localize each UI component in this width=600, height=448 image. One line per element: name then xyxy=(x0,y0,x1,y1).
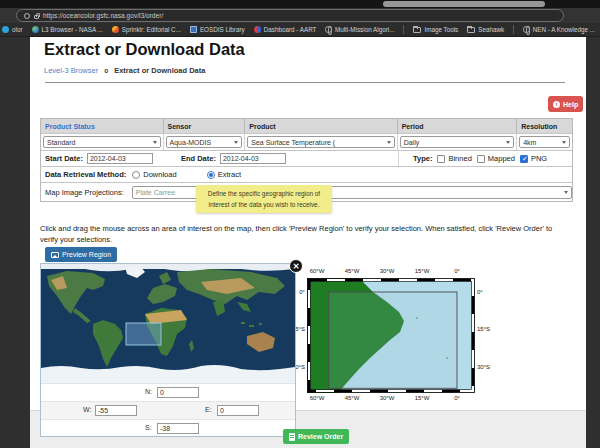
browser-window: https://oceancolor.gsfc.nasa.gov/l3/orde… xyxy=(0,0,600,448)
checkbox-binned[interactable] xyxy=(437,155,445,163)
spark-icon xyxy=(112,26,119,33)
x-tick-label: 15°W xyxy=(412,395,432,401)
north-input[interactable] xyxy=(157,387,199,398)
x-tick-label: 0° xyxy=(447,268,467,274)
end-date-label: End Date: xyxy=(181,154,216,163)
south-coordinate-row: S: xyxy=(41,419,295,437)
folder-icon xyxy=(413,27,421,33)
bookmarks-divider xyxy=(403,25,404,34)
bookmark-item[interactable]: EOSDIS Library xyxy=(190,26,245,33)
breadcrumb-link-level3-browser[interactable]: Level-3 Browser xyxy=(44,66,98,75)
y-tick-label: 15°S xyxy=(477,326,491,332)
chevron-down-icon xyxy=(562,141,566,144)
retrieval-method-row: Data Retrieval Method: Download Extract xyxy=(41,166,572,182)
chevron-down-icon xyxy=(234,141,238,144)
west-label: W: xyxy=(83,406,91,413)
bookmark-folder[interactable]: Image Tools xyxy=(413,26,458,33)
column-header-product-status[interactable]: Product Status xyxy=(41,119,164,133)
column-header-period: Period xyxy=(398,119,518,133)
tooltip: Define the specific geographic region of… xyxy=(196,185,332,213)
type-label: Type: xyxy=(413,154,432,163)
close-icon[interactable] xyxy=(289,259,303,273)
selected-region-overlay[interactable] xyxy=(126,323,161,345)
grid-icon xyxy=(190,26,197,33)
checkbox-mapped[interactable] xyxy=(477,155,485,163)
type-option-mapped[interactable]: Mapped xyxy=(477,154,515,163)
bookmark-item[interactable]: NEN - A Knowledge ... xyxy=(523,26,595,33)
dashboard-icon xyxy=(254,26,261,33)
url-text: https://oceancolor.gsfc.nasa.gov/l3/orde… xyxy=(43,12,163,19)
start-date-input[interactable] xyxy=(87,153,153,164)
bookmark-item[interactable]: Dashboard - AART xyxy=(254,26,317,33)
x-tick-label: 30°W xyxy=(377,395,397,401)
info-icon xyxy=(553,101,560,108)
column-header-product: Product xyxy=(245,119,397,133)
type-option-png[interactable]: PNG xyxy=(520,154,547,163)
chevron-down-icon xyxy=(387,141,391,144)
y-tick-label: 0° xyxy=(477,289,491,295)
y-tick-label: 30°S xyxy=(477,364,491,370)
radio-download[interactable] xyxy=(132,171,140,179)
end-date-input[interactable] xyxy=(220,153,286,164)
bookmark-folder[interactable]: Seahawk xyxy=(467,26,504,33)
retrieval-option-extract[interactable]: Extract xyxy=(207,170,241,179)
tab-scrollbar-thumb[interactable] xyxy=(383,1,545,7)
x-tick-label: 15°W xyxy=(412,268,432,274)
document-icon xyxy=(289,433,295,441)
product-status-select[interactable]: Standard xyxy=(43,136,161,148)
x-tick-label: 45°W xyxy=(342,395,362,401)
folder-icon xyxy=(467,27,475,33)
bookmark-item[interactable]: olor xyxy=(2,26,23,33)
help-button[interactable]: Help xyxy=(548,96,583,112)
south-input[interactable] xyxy=(157,423,199,434)
projections-label: Map Image Projections: xyxy=(45,188,124,197)
bookmark-item[interactable]: L3 Browser - NASA ... xyxy=(32,26,103,33)
south-label: S: xyxy=(145,424,152,431)
instructions-text: Click and drag the mouse across an area … xyxy=(40,223,572,246)
globe-icon xyxy=(32,26,39,33)
url-bar[interactable]: https://oceancolor.gsfc.nasa.gov/l3/orde… xyxy=(16,9,564,22)
column-header-sensor: Sensor xyxy=(164,119,246,133)
preview-region-map: 60°W 45°W 30°W 15°W 0° 0° 15°S 30°S 0° 1… xyxy=(300,265,500,427)
image-icon xyxy=(51,252,59,258)
globe-icon xyxy=(523,26,530,33)
world-map-panel: N: W: E: S: xyxy=(40,263,296,437)
north-label: N: xyxy=(145,388,152,395)
site-info-icon[interactable] xyxy=(24,13,30,19)
selected-region-rect[interactable] xyxy=(329,292,457,388)
east-input[interactable] xyxy=(217,405,259,416)
url-toolbar: https://oceancolor.gsfc.nasa.gov/l3/orde… xyxy=(0,8,600,23)
north-coordinate-row: N: xyxy=(41,383,295,401)
x-tick-label: 45°W xyxy=(342,268,362,274)
chevron-down-icon xyxy=(564,191,568,194)
bookmark-item[interactable]: Multi-Mission Algori... xyxy=(325,26,394,33)
sensor-select[interactable]: Aqua-MODIS xyxy=(166,136,243,148)
radio-extract[interactable] xyxy=(207,171,215,179)
west-input[interactable] xyxy=(95,405,137,416)
east-label: E: xyxy=(205,406,212,413)
breadcrumb: Level-3 Browser o Extract or Download Da… xyxy=(44,66,205,75)
bookmarks-bar: olor L3 Browser - NASA ... Sprinklr: Edi… xyxy=(0,23,600,37)
page-content: Extract or Download Data Level-3 Browser… xyxy=(30,37,586,448)
period-select[interactable]: Daily xyxy=(400,136,515,148)
bookmark-item[interactable]: Sprinklr: Editorial C... xyxy=(112,26,181,33)
retrieval-method-label: Data Retrieval Method: xyxy=(45,170,126,179)
world-map[interactable] xyxy=(41,264,295,383)
lock-icon[interactable] xyxy=(34,15,39,19)
region-plot[interactable] xyxy=(307,278,475,393)
breadcrumb-separator: o xyxy=(104,67,108,74)
product-select[interactable]: Sea Surface Temperature ( xyxy=(247,136,394,148)
selects-row: Standard Aqua-MODIS Sea Surface Temperat… xyxy=(41,133,572,150)
bookmarks-divider xyxy=(513,25,514,34)
type-option-binned[interactable]: Binned xyxy=(437,154,471,163)
tab-strip xyxy=(0,0,600,8)
review-order-button[interactable]: Review Order xyxy=(283,429,349,444)
resolution-select[interactable]: 4km xyxy=(519,136,570,148)
column-header-resolution: Resolution xyxy=(517,119,572,133)
preview-region-button[interactable]: Preview Region xyxy=(45,247,117,262)
checkbox-png[interactable] xyxy=(520,155,528,163)
x-tick-label: 60°W xyxy=(307,395,327,401)
x-tick-label: 0° xyxy=(447,395,467,401)
retrieval-option-download[interactable]: Download xyxy=(132,170,176,179)
chevron-down-icon xyxy=(506,141,510,144)
